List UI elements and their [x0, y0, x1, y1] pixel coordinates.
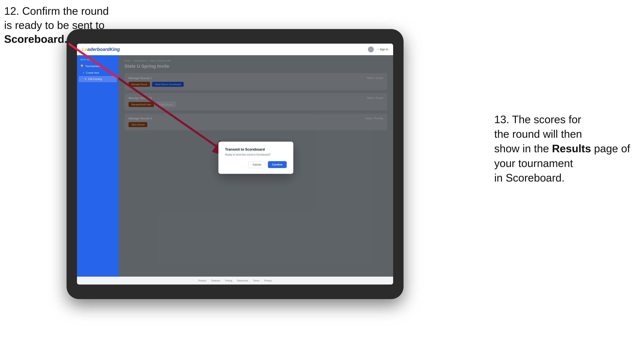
footer: Product Features Pricing Resources Terms…: [77, 277, 393, 285]
top-nav: LeaderboardKing → Sign In: [77, 44, 393, 55]
footer-link-product[interactable]: Product: [198, 279, 206, 282]
annotation-right: 13. The scores for the round will then s…: [494, 112, 636, 185]
sidebar-item-tournaments[interactable]: 🏆 Tournaments: [77, 62, 118, 70]
logo-area: LeaderboardKing: [82, 47, 120, 52]
sign-in-icon: →: [376, 48, 379, 51]
footer-link-features[interactable]: Features: [211, 279, 220, 282]
logo: LeaderboardKing: [82, 47, 120, 52]
modal-title: Transmit to Scoreboard: [225, 148, 287, 152]
sidebar-item-edit-existing[interactable]: ✎ Edit Existing: [79, 76, 117, 82]
sidebar: MAIN MENU 🏆 Tournaments + Create New ✎ E…: [77, 55, 118, 277]
footer-link-terms[interactable]: Terms: [253, 279, 260, 282]
main-content: MAIN MENU 🏆 Tournaments + Create New ✎ E…: [77, 55, 393, 277]
confirm-button[interactable]: Confirm: [268, 161, 287, 168]
tablet-screen: LeaderboardKing → Sign In MAIN MENU 🏆 To…: [77, 44, 393, 285]
nav-right: → Sign In: [368, 46, 388, 52]
footer-link-resources[interactable]: Resources: [237, 279, 248, 282]
cancel-button[interactable]: Cancel: [248, 161, 266, 168]
modal-overlay[interactable]: Transmit to Scoreboard Ready to send thi…: [118, 55, 393, 277]
modal-subtitle: Ready to send this round to Scoreboard?: [225, 153, 287, 156]
modal-actions: Cancel Confirm: [225, 161, 287, 168]
sidebar-item-create-new[interactable]: + Create New: [77, 70, 118, 76]
plus-icon: +: [83, 71, 84, 74]
page-content: Home / Tournaments / State U Spring Invi…: [118, 55, 393, 277]
footer-link-privacy[interactable]: Privacy: [264, 279, 272, 282]
sign-in-button[interactable]: → Sign In: [376, 48, 388, 51]
tablet-device: LeaderboardKing → Sign In MAIN MENU 🏆 To…: [66, 29, 404, 299]
footer-link-pricing[interactable]: Pricing: [225, 279, 232, 282]
trophy-icon: 🏆: [80, 65, 84, 68]
modal-box: Transmit to Scoreboard Ready to send thi…: [218, 142, 293, 174]
avatar: [368, 46, 374, 52]
edit-icon: ✎: [84, 78, 86, 81]
annotation-top-left: 12. Confirm the round is ready to be sen…: [4, 4, 109, 46]
sidebar-main-menu-label: MAIN MENU: [77, 59, 118, 62]
